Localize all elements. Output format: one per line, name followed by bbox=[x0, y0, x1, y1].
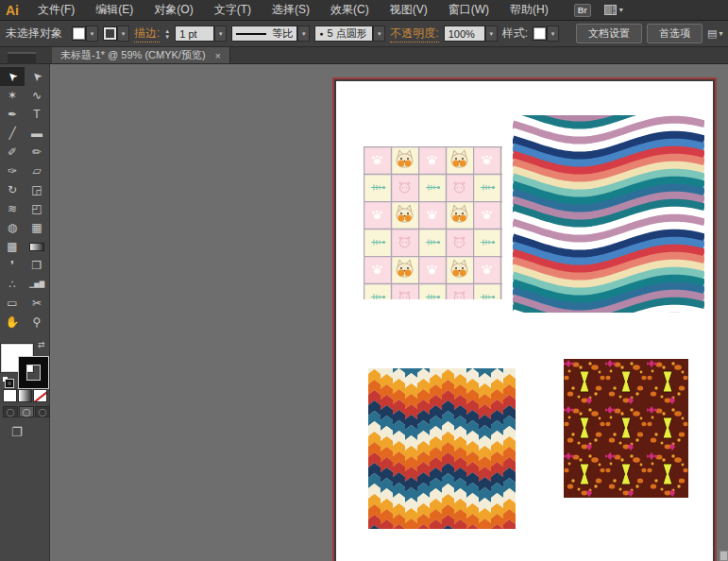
menu-file[interactable]: 文件(F) bbox=[27, 0, 85, 20]
menu-items: 文件(F)编辑(E)对象(O)文字(T)选择(S)效果(C)视图(V)窗口(W)… bbox=[27, 0, 559, 20]
main-area: ➤➤✶∿✒T╱▬✐✏✑▱↻◲≋◰◍▦▩❜❒∴▁▅▇▭✂✋⚲ ⇄ ◯ ◯ ◯ ❐ bbox=[0, 64, 728, 561]
scrollbar-corner[interactable] bbox=[720, 551, 728, 561]
close-icon[interactable]: × bbox=[215, 50, 221, 61]
menu-object[interactable]: 对象(O) bbox=[144, 0, 203, 20]
stroke-color-control[interactable]: ▾ bbox=[103, 26, 129, 42]
tool-eyedropper[interactable]: ❜ bbox=[0, 256, 25, 275]
stroke-weight-stepper[interactable]: ▲ ▼ bbox=[164, 28, 170, 40]
tool-paintbrush[interactable]: ✐ bbox=[0, 143, 25, 162]
none-button[interactable] bbox=[33, 389, 47, 402]
color-button[interactable] bbox=[3, 389, 17, 402]
tool-pencil[interactable]: ✏ bbox=[25, 143, 49, 162]
default-fill-stroke-icon[interactable] bbox=[2, 376, 13, 387]
menu-select[interactable]: 选择(S) bbox=[262, 0, 320, 20]
menu-help[interactable]: 帮助(H) bbox=[499, 0, 559, 20]
tool-perspective-grid[interactable]: ▦ bbox=[25, 218, 49, 237]
tool-shape-builder[interactable]: ◍ bbox=[0, 218, 25, 237]
rotate-icon: ↻ bbox=[8, 183, 17, 196]
tool-blend[interactable]: ❒ bbox=[25, 256, 49, 275]
paintbrush-icon: ✐ bbox=[8, 145, 17, 159]
tool-slice[interactable]: ✂ bbox=[25, 294, 49, 313]
blob-brush-icon: ✑ bbox=[8, 164, 17, 178]
pattern-swatch-damask-floral[interactable] bbox=[564, 359, 688, 498]
opacity-panel-link[interactable]: 不透明度: bbox=[390, 26, 438, 42]
tool-hand[interactable]: ✋ bbox=[0, 313, 25, 332]
symbol-sprayer-icon: ∴ bbox=[8, 278, 16, 291]
stepper-down-icon[interactable]: ▼ bbox=[164, 34, 170, 40]
fill-dropdown[interactable]: ▾ bbox=[86, 26, 98, 42]
stroke-swatch[interactable] bbox=[103, 26, 117, 41]
pattern-swatch-chevron-zigzag[interactable] bbox=[368, 368, 516, 529]
tool-zoom[interactable]: ⚲ bbox=[25, 313, 49, 332]
menu-edit[interactable]: 编辑(E) bbox=[85, 0, 144, 20]
menu-window[interactable]: 窗口(W) bbox=[438, 0, 499, 20]
brush-definition-control[interactable]: 等比 ▾ bbox=[231, 26, 310, 42]
tool-gradient[interactable] bbox=[25, 237, 49, 256]
tool-width-tool[interactable]: ≋ bbox=[0, 199, 25, 218]
panel-menu-icon: ▤ bbox=[707, 27, 717, 40]
opacity-control[interactable]: 100% ▾ bbox=[444, 26, 498, 42]
tool-blob-brush[interactable]: ✑ bbox=[0, 162, 25, 180]
tool-column-graph[interactable]: ▁▅▇ bbox=[25, 275, 49, 294]
tool-pen[interactable]: ✒ bbox=[0, 105, 25, 124]
fill-color-control[interactable]: ▾ bbox=[72, 26, 98, 42]
draw-inside-button[interactable]: ◯ bbox=[35, 406, 50, 417]
gradient-icon bbox=[29, 243, 44, 251]
stroke-indicator[interactable] bbox=[19, 357, 48, 388]
style-dropdown[interactable]: ▾ bbox=[547, 26, 559, 42]
tool-type[interactable]: T bbox=[25, 105, 49, 124]
control-panel-menu[interactable]: ▤ ▾ bbox=[707, 27, 722, 40]
brush-definition-field[interactable]: 等比 bbox=[231, 26, 297, 42]
document-setup-button[interactable]: 文档设置 bbox=[576, 24, 642, 43]
tools-panel-notch[interactable] bbox=[8, 52, 36, 64]
preferences-button[interactable]: 首选项 bbox=[647, 24, 703, 43]
tool-eraser[interactable]: ▱ bbox=[25, 162, 49, 180]
gradient-button[interactable] bbox=[18, 389, 32, 402]
stroke-panel-link[interactable]: 描边: bbox=[134, 26, 160, 42]
fill-swatch[interactable] bbox=[72, 26, 86, 41]
canvas-area[interactable] bbox=[50, 64, 728, 561]
stroke-dropdown[interactable]: ▾ bbox=[117, 26, 129, 42]
tool-symbol-sprayer[interactable]: ∴ bbox=[0, 275, 25, 294]
width-profile-dropdown[interactable]: ▾ bbox=[373, 26, 385, 42]
tool-scale[interactable]: ◲ bbox=[25, 180, 49, 199]
tool-lasso[interactable]: ∿ bbox=[25, 86, 49, 105]
opacity-dropdown[interactable]: ▾ bbox=[485, 26, 498, 42]
workspace-switcher[interactable]: ▾ bbox=[604, 5, 623, 15]
tool-rotate[interactable]: ↻ bbox=[0, 180, 25, 199]
illustrator-window: Ai 文件(F)编辑(E)对象(O)文字(T)选择(S)效果(C)视图(V)窗口… bbox=[0, 0, 728, 561]
style-control[interactable]: ▾ bbox=[533, 26, 559, 42]
tool-selection[interactable]: ➤ bbox=[0, 67, 25, 86]
stroke-weight-value[interactable]: 1 pt bbox=[175, 26, 214, 42]
style-swatch[interactable] bbox=[533, 26, 547, 41]
screen-mode-button[interactable]: ❐ bbox=[11, 425, 23, 439]
swap-fill-stroke-icon[interactable]: ⇄ bbox=[38, 340, 45, 349]
tool-direct-selection[interactable]: ➤ bbox=[25, 67, 49, 86]
menu-type[interactable]: 文字(T) bbox=[204, 0, 262, 20]
pattern-swatch-rainbow-waves[interactable] bbox=[513, 115, 704, 313]
opacity-value[interactable]: 100% bbox=[444, 26, 485, 42]
width-profile-field[interactable]: ● 5 点圆形 bbox=[314, 26, 373, 42]
document-tab[interactable]: 未标题-1* @ 59% (CMYK/预览) × bbox=[52, 47, 230, 63]
draw-behind-button[interactable]: ◯ bbox=[19, 406, 34, 417]
type-icon: T bbox=[33, 108, 40, 121]
mesh-icon: ▩ bbox=[7, 240, 17, 253]
menu-view[interactable]: 视图(V) bbox=[380, 0, 438, 20]
color-mode-row bbox=[3, 389, 47, 402]
tool-line-segment[interactable]: ╱ bbox=[0, 124, 25, 143]
tool-free-transform[interactable]: ◰ bbox=[25, 199, 49, 218]
tool-artboard[interactable]: ▭ bbox=[0, 294, 25, 313]
tool-mesh[interactable]: ▩ bbox=[0, 237, 25, 256]
stroke-weight-dropdown[interactable]: ▾ bbox=[214, 26, 227, 42]
selection-status: 未选择对象 bbox=[6, 26, 62, 42]
tool-magic-wand[interactable]: ✶ bbox=[0, 86, 25, 105]
perspective-grid-icon: ▦ bbox=[31, 221, 42, 234]
pattern-swatch-cat-checker[interactable] bbox=[364, 146, 502, 299]
tool-rectangle[interactable]: ▬ bbox=[25, 124, 49, 143]
menu-effect[interactable]: 效果(C) bbox=[320, 0, 380, 20]
bridge-button[interactable]: Br bbox=[574, 4, 591, 17]
brush-definition-dropdown[interactable]: ▾ bbox=[297, 26, 310, 42]
draw-normal-button[interactable]: ◯ bbox=[3, 406, 18, 417]
stroke-weight-control[interactable]: 1 pt ▾ bbox=[175, 26, 227, 42]
width-profile-control[interactable]: ● 5 点圆形 ▾ bbox=[314, 26, 385, 42]
